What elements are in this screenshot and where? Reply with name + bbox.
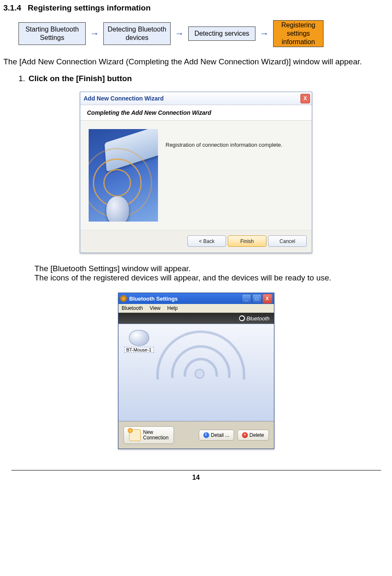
bt-brand-bar: Bluetooth (118, 313, 274, 324)
bluetooth-title-icon (120, 295, 127, 302)
bt-menubar: Bluetooth View Help (118, 304, 274, 313)
new-connection-label-1: New (143, 429, 153, 435)
bt-window-title: Bluetooth Settings (129, 296, 242, 302)
intro-paragraph: The [Add New Connection Wizard (Completi… (3, 57, 389, 66)
result-line-2: The icons of the registered devices will… (34, 273, 389, 283)
flow-step-detect-services: Detecting services (188, 26, 255, 41)
wizard-titlebar: Add New Connection Wizard X (80, 92, 312, 105)
new-connection-icon (129, 429, 141, 441)
mouse-icon (129, 330, 149, 346)
delete-button[interactable]: Delete (237, 430, 269, 441)
flow-step-start: Starting Bluetooth Settings (18, 22, 86, 45)
wizard-illustration (89, 129, 158, 222)
arrow-icon: → (90, 28, 99, 39)
page-number: 14 (11, 470, 381, 487)
wizard-message: Registration of connection information c… (166, 129, 302, 222)
device-item[interactable]: BT-Mouse-1 (124, 330, 154, 353)
new-connection-label-2: Connection (143, 435, 169, 441)
close-icon[interactable]: X (300, 94, 310, 103)
back-button[interactable]: < Back (187, 235, 226, 247)
delete-label: Delete (250, 432, 264, 438)
detail-button[interactable]: Detail ... (199, 430, 234, 441)
antenna-icon (144, 322, 253, 423)
device-label: BT-Mouse-1 (124, 347, 154, 353)
maximize-icon[interactable]: □ (252, 294, 262, 304)
bluetooth-settings-window: Bluetooth Settings _ □ X Bluetooth View … (118, 293, 274, 449)
process-flow: Starting Bluetooth Settings → Detecting … (18, 20, 389, 47)
menu-view[interactable]: View (150, 305, 160, 311)
detail-label: Detail ... (211, 432, 229, 438)
section-number: 3.1.4 (3, 3, 21, 12)
flow-step-register: Registering settings information (273, 20, 324, 47)
arrow-icon: → (260, 28, 269, 39)
wizard-dialog: Add New Connection Wizard X Completing t… (80, 92, 312, 253)
info-icon (203, 432, 209, 438)
minimize-icon[interactable]: _ (242, 294, 251, 304)
finish-button[interactable]: Finish (228, 235, 266, 247)
flow-step-detect-devices: Detecting Bluetooth devices (103, 22, 171, 45)
wizard-heading: Completing the Add New Connection Wizard (80, 105, 312, 121)
arrow-icon: → (175, 28, 184, 39)
bt-titlebar[interactable]: Bluetooth Settings _ □ X (118, 293, 274, 304)
cancel-button[interactable]: Cancel (268, 235, 307, 247)
wizard-title: Add New Connection Wizard (84, 95, 300, 102)
result-line-1: The [Bluetooth Settings] window will app… (34, 264, 389, 273)
bt-device-area: BT-Mouse-1 (118, 324, 274, 421)
section-title: Registering settings information (28, 3, 150, 12)
close-icon[interactable]: X (263, 294, 272, 304)
delete-icon (242, 432, 248, 438)
step-number: 1. (18, 74, 29, 83)
bluetooth-logo-icon (239, 315, 245, 321)
new-connection-button[interactable]: New Connection (124, 426, 174, 444)
menu-bluetooth[interactable]: Bluetooth (122, 305, 143, 311)
bt-brand-label: Bluetooth (247, 315, 270, 322)
menu-help[interactable]: Help (167, 305, 178, 311)
step-instruction: Click on the [Finish] button (29, 74, 132, 83)
